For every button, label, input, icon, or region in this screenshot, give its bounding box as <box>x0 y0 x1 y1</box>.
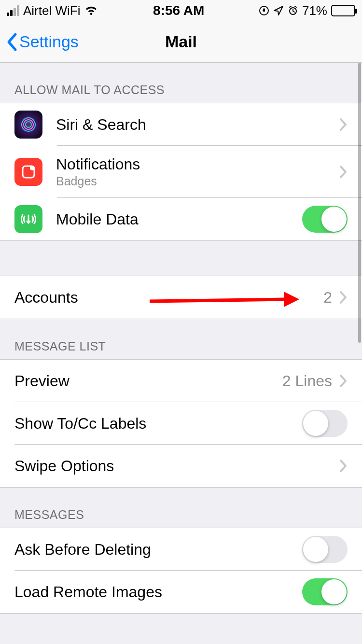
chevron-right-icon <box>339 165 348 179</box>
row-show-tocc[interactable]: Show To/Cc Labels <box>0 402 362 445</box>
scrollbar[interactable] <box>358 63 361 343</box>
row-accounts[interactable]: Accounts 2 <box>0 276 362 319</box>
svg-point-7 <box>30 166 35 170</box>
row-title-load-remote: Load Remote Images <box>14 583 302 601</box>
toggle-ask-delete[interactable] <box>302 536 348 563</box>
accounts-count: 2 <box>323 289 332 307</box>
toggle-show-tocc[interactable] <box>302 410 348 437</box>
row-load-remote-images[interactable]: Load Remote Images <box>0 571 362 613</box>
row-title-mobile-data: Mobile Data <box>56 210 302 228</box>
status-bar: Airtel WiFi 8:56 AM 71% <box>0 0 362 21</box>
cellular-signal-icon <box>7 5 19 16</box>
chevron-right-icon <box>339 290 348 305</box>
rotation-lock-icon <box>259 5 269 16</box>
back-button[interactable]: Settings <box>6 32 79 52</box>
battery-icon <box>331 5 355 16</box>
settings-scroll-view[interactable]: ALLOW MAIL TO ACCESS Siri & Search <box>0 63 362 644</box>
row-title-notifications: Notifications <box>56 155 339 173</box>
chevron-right-icon <box>339 374 348 388</box>
mobile-data-icon <box>14 205 42 233</box>
clock-time: 8:56 AM <box>153 3 204 18</box>
toggle-load-remote[interactable] <box>302 578 348 605</box>
toggle-mobile-data[interactable] <box>302 206 348 233</box>
group-messages: Ask Before Deleting Load Remote Images <box>0 528 362 614</box>
row-title-accounts: Accounts <box>14 289 323 307</box>
carrier-label: Airtel WiFi <box>23 3 80 18</box>
row-title-ask-delete: Ask Before Deleting <box>14 541 302 559</box>
navigation-bar: Settings Mail <box>0 21 362 63</box>
notifications-icon <box>14 158 42 186</box>
section-header-access: ALLOW MAIL TO ACCESS <box>0 63 362 103</box>
svg-point-5 <box>26 122 31 127</box>
row-mobile-data[interactable]: Mobile Data <box>0 198 362 240</box>
group-message-list: Preview 2 Lines Show To/Cc Labels Swipe … <box>0 359 362 488</box>
group-accounts: Accounts 2 <box>0 276 362 319</box>
row-title-tocc: Show To/Cc Labels <box>14 415 302 433</box>
group-access: Siri & Search Notifications Badges <box>0 103 362 241</box>
row-title-siri: Siri & Search <box>56 116 339 134</box>
location-icon <box>273 5 284 16</box>
section-header-message-list: MESSAGE LIST <box>0 319 362 359</box>
svg-rect-1 <box>263 9 265 12</box>
row-title-preview: Preview <box>14 372 282 390</box>
chevron-right-icon <box>339 459 348 473</box>
row-swipe-options[interactable]: Swipe Options <box>0 445 362 487</box>
row-title-swipe: Swipe Options <box>14 457 339 475</box>
preview-value: 2 Lines <box>282 372 332 390</box>
siri-icon <box>14 111 42 139</box>
alarm-icon <box>288 5 298 16</box>
chevron-right-icon <box>339 117 348 132</box>
back-label: Settings <box>19 32 79 51</box>
row-sub-notifications: Badges <box>56 174 339 188</box>
row-preview[interactable]: Preview 2 Lines <box>0 360 362 402</box>
chevron-left-icon <box>6 32 17 52</box>
row-ask-before-deleting[interactable]: Ask Before Deleting <box>0 528 362 571</box>
row-notifications[interactable]: Notifications Badges <box>0 146 362 198</box>
battery-percentage: 71% <box>302 3 327 18</box>
wifi-icon <box>84 5 98 16</box>
row-siri-search[interactable]: Siri & Search <box>0 103 362 146</box>
section-header-messages: MESSAGES <box>0 488 362 528</box>
